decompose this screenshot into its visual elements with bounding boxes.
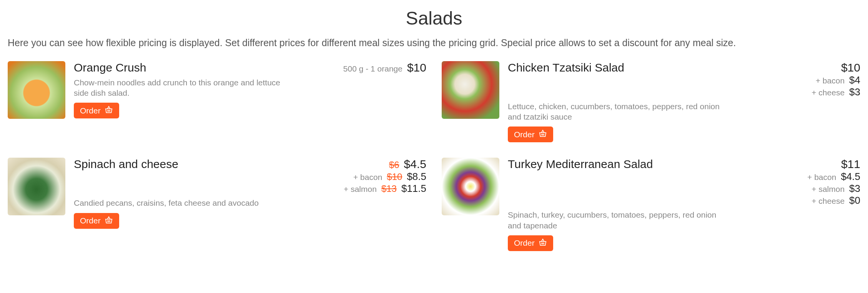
order-button[interactable]: Order	[508, 235, 553, 251]
order-button-label: Order	[80, 216, 101, 225]
addon-price: $11.5	[401, 183, 426, 195]
price-box: $10+ bacon$4+ cheese$3	[811, 61, 860, 98]
price-box: $11+ bacon$4.5+ salmon$3+ cheese$0	[807, 158, 860, 206]
addon-price: $3	[849, 86, 860, 98]
order-button-label: Order	[80, 106, 101, 115]
order-button-label: Order	[514, 238, 535, 248]
basket-icon	[539, 130, 547, 139]
addon-note: + salmon	[344, 185, 377, 194]
addon-price: $0	[849, 195, 860, 206]
item-photo	[8, 158, 65, 215]
menu-item: Chicken Tzatsiki Salad$10+ bacon$4+ chee…	[442, 61, 860, 143]
addon-note: + bacon	[807, 173, 836, 182]
addon-strike: $13	[381, 183, 397, 194]
item-name: Spinach and cheese	[74, 158, 178, 171]
price-box: $6$4.5+ bacon$10$8.5+ salmon$13$11.5	[344, 158, 426, 195]
item-description: Spinach, turkey, cucumbers, tomatoes, pe…	[508, 210, 723, 231]
item-name: Chicken Tzatsiki Salad	[508, 61, 624, 74]
addon-price: $4	[849, 74, 860, 86]
addon-note: + bacon	[816, 76, 845, 85]
price-strike: $6	[389, 160, 399, 170]
menu-item: Spinach and cheese$6$4.5+ bacon$10$8.5+ …	[8, 158, 426, 251]
addon-strike: $10	[387, 171, 402, 182]
order-button[interactable]: Order	[74, 103, 119, 118]
item-name: Orange Crush	[74, 61, 146, 74]
intro-text: Here you can see how flexible pricing is…	[8, 37, 860, 50]
order-button-label: Order	[514, 130, 535, 139]
menu-item: Orange Crush500 g - 1 orange$10Chow-mein…	[8, 61, 426, 143]
item-price: $10	[407, 61, 426, 74]
basket-icon	[105, 216, 113, 226]
addon-price: $4.5	[841, 171, 860, 183]
addon-note: + salmon	[811, 185, 845, 194]
addon-price: $8.5	[407, 171, 426, 183]
basket-icon	[105, 106, 113, 115]
item-price: $11	[841, 158, 860, 171]
page-title: Salads	[8, 8, 860, 29]
item-price: $4.5	[404, 158, 426, 171]
addon-note: + cheese	[811, 196, 845, 206]
item-photo	[8, 61, 65, 119]
price-note: 500 g - 1 orange	[343, 64, 402, 73]
item-name: Turkey Mediterranean Salad	[508, 158, 653, 171]
menu-item: Turkey Mediterranean Salad$11+ bacon$4.5…	[442, 158, 860, 251]
basket-icon	[539, 238, 547, 248]
item-price: $10	[841, 61, 860, 74]
order-button[interactable]: Order	[508, 127, 553, 142]
item-description: Lettuce, chicken, cucumbers, tomatoes, p…	[508, 101, 723, 122]
addon-price: $3	[849, 183, 860, 195]
item-photo	[442, 158, 499, 215]
order-button[interactable]: Order	[74, 213, 119, 229]
item-description: Chow-mein noodles add crunch to this ora…	[74, 77, 289, 98]
item-description: Candied pecans, craisins, feta cheese an…	[74, 198, 289, 208]
addon-note: + cheese	[811, 88, 845, 97]
item-photo	[442, 61, 499, 119]
price-box: 500 g - 1 orange$10	[343, 61, 426, 74]
addon-note: + bacon	[353, 173, 382, 182]
